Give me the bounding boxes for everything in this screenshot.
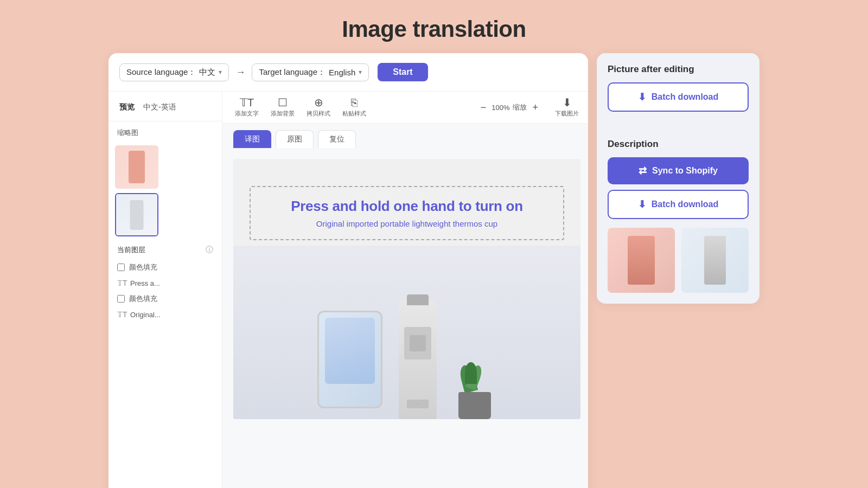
zoom-control: − 100% 缩放 + [478, 102, 540, 112]
target-language-arrow-icon: ▾ [359, 68, 362, 76]
sync-shopify-icon: ⇄ [639, 165, 647, 177]
sidebar-tab-preview[interactable]: 预览 [115, 100, 139, 114]
batch-download-icon-1: ⬇ [638, 91, 646, 103]
zoom-label: 缩放 [513, 102, 527, 112]
product-tablet [317, 311, 382, 408]
layer-label-2: Press a... [130, 279, 160, 287]
source-language-value: 中文 [199, 67, 215, 78]
layer-item-4[interactable]: 𝕋T Original... [108, 307, 222, 322]
preview-thumbnails [608, 228, 749, 293]
sidebar-tabs: 预览 中文-英语 [108, 100, 222, 121]
canvas-tab-reset[interactable]: 复位 [318, 130, 356, 148]
right-section-title-2: Description [608, 139, 749, 150]
add-bg-icon: ☐ [278, 97, 288, 108]
preview-thumbnail-2[interactable] [681, 228, 749, 293]
right-sidebar: Picture after editing ⬇ Batch download D… [597, 53, 760, 304]
target-language-value: English [329, 68, 355, 77]
batch-download-button-1[interactable]: ⬇ Batch download [608, 82, 749, 112]
editor-body: 预览 中文-英语 缩略图 [108, 92, 588, 488]
add-bg-tool[interactable]: ☐ 添加背景 [269, 97, 296, 118]
source-language-arrow-icon: ▾ [219, 68, 222, 76]
layer-label-1: 颜色填充 [129, 262, 157, 272]
batch-download-button-2[interactable]: ⬇ Batch download [608, 190, 749, 219]
layer-item-2[interactable]: 𝕋T Press a... [108, 275, 222, 291]
plant-leaves [453, 341, 496, 395]
product-image-area: - - - [233, 246, 580, 419]
download-icon: ⬇ [563, 97, 572, 108]
sidebar-tab-translation[interactable]: 中文-英语 [139, 100, 181, 114]
batch-download-label-2: Batch download [652, 200, 719, 209]
target-language-label: Target language： [259, 67, 326, 78]
thumbnail-1[interactable] [115, 145, 158, 189]
source-language-select[interactable]: Source language： 中文 ▾ [119, 63, 229, 81]
sidebar: 预览 中文-英语 缩略图 [108, 92, 222, 488]
text-icon-2: 𝕋T [117, 310, 126, 319]
layer-header-text: 当前图层 [117, 245, 145, 255]
layer-label-4: Original... [130, 311, 161, 319]
copy-style-icon: ⊕ [314, 97, 323, 108]
text-overlay-box[interactable]: Press and hold one hand to turn on Origi… [250, 186, 564, 240]
thumbnail-area [108, 141, 222, 241]
canvas-tab-original[interactable]: 原图 [276, 130, 314, 148]
canvas-content: Press and hold one hand to turn on Origi… [222, 148, 588, 488]
add-text-icon: 𝕋T [240, 97, 254, 108]
overlay-subtitle: Original imported portable lightweight t… [261, 219, 552, 228]
thermos-cap [407, 294, 429, 305]
layer-item-1: 颜色填充 [108, 259, 222, 275]
layer-checkbox-1[interactable] [117, 264, 125, 271]
add-bg-label: 添加背景 [271, 110, 295, 118]
paste-style-tool[interactable]: ⎘ 粘贴样式 [341, 97, 368, 118]
sync-shopify-label: Sync to Shopify [652, 166, 718, 176]
sync-shopify-button[interactable]: ⇄ Sync to Shopify [608, 157, 749, 184]
product-thermos: - - - [399, 300, 437, 419]
thumbnail-2[interactable] [115, 193, 158, 236]
target-language-select[interactable]: Target language： English ▾ [252, 63, 369, 81]
thermos-label [404, 327, 431, 359]
zoom-out-button[interactable]: − [478, 102, 489, 112]
language-direction-arrow: → [235, 67, 245, 78]
canvas-tabs: 译图 原图 复位 [222, 124, 588, 148]
page-title: Image translation [342, 16, 526, 42]
preview-thumbnail-1[interactable] [608, 228, 675, 293]
start-button[interactable]: Start [378, 63, 427, 81]
top-bar: Source language： 中文 ▾ → Target language：… [108, 53, 588, 92]
copy-style-label: 拷贝样式 [307, 110, 330, 118]
layer-item-3: 颜色填充 [108, 291, 222, 307]
paste-style-label: 粘贴样式 [342, 110, 366, 118]
toolbar: 𝕋T 添加文字 ☐ 添加背景 ⊕ 拷贝样式 ⎘ 粘贴样式 [222, 92, 588, 124]
editor-panel: Source language： 中文 ▾ → Target language：… [108, 53, 588, 488]
layer-label-3: 颜色填充 [129, 294, 157, 304]
canvas-image: Press and hold one hand to turn on Origi… [233, 159, 580, 419]
sidebar-thumbnails-label: 缩略图 [108, 121, 222, 141]
text-icon-1: 𝕋T [117, 279, 126, 287]
download-label: 下载图片 [555, 110, 579, 118]
plant-pot [458, 392, 491, 419]
canvas-area: 𝕋T 添加文字 ☐ 添加背景 ⊕ 拷贝样式 ⎘ 粘贴样式 [222, 92, 588, 488]
batch-download-label-1: Batch download [652, 92, 719, 102]
canvas-tab-translated[interactable]: 译图 [233, 130, 271, 148]
source-language-label: Source language： [126, 67, 196, 78]
layer-header: 当前图层 ⓘ [108, 241, 222, 259]
download-tool[interactable]: ⬇ 下载图片 [553, 97, 580, 118]
layer-checkbox-2[interactable] [117, 295, 125, 303]
layer-info-icon[interactable]: ⓘ [206, 245, 213, 255]
paste-style-icon: ⎘ [351, 97, 358, 108]
zoom-in-button[interactable]: + [530, 102, 540, 112]
batch-download-icon-2: ⬇ [638, 198, 646, 210]
copy-style-tool[interactable]: ⊕ 拷贝样式 [305, 97, 332, 118]
add-text-label: 添加文字 [235, 110, 259, 118]
right-section-title-1: Picture after editing [608, 64, 749, 75]
zoom-value: 100% [492, 104, 509, 112]
overlay-title: Press and hold one hand to turn on [261, 198, 552, 215]
product-plant [453, 343, 496, 419]
add-text-tool[interactable]: 𝕋T 添加文字 [233, 97, 260, 118]
